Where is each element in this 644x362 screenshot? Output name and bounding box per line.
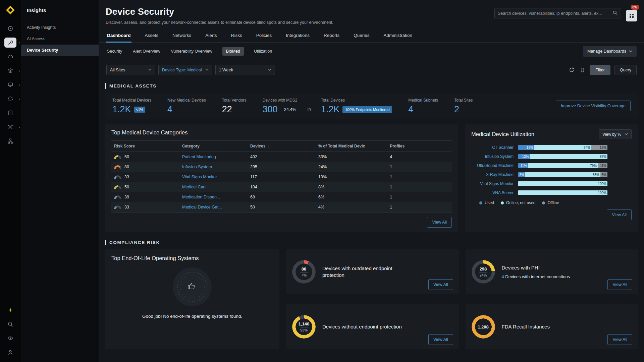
device-type-link[interactable]: Vital Signs Monitor	[471, 181, 514, 186]
tab-queries[interactable]: Queries	[353, 31, 370, 42]
stat-total-medical-devices: Total Medical Devices 1.2K <1%	[112, 98, 151, 114]
card-title: Medical Device Utilization	[471, 131, 534, 137]
layers-icon[interactable]: ›	[0, 64, 21, 78]
medical-device-utilization-card: Medical Device Utilization View by % CT …	[465, 124, 638, 232]
tools-icon[interactable]: ›	[0, 120, 21, 134]
monitor-icon[interactable]: ›	[0, 78, 21, 92]
filter-button[interactable]: Filter	[590, 65, 610, 75]
category-link[interactable]: Medical Device Gat...	[182, 205, 222, 209]
search-icon[interactable]	[612, 10, 618, 16]
time-range-select[interactable]: 1 Week	[215, 65, 275, 75]
sidebar-item-device-security[interactable]: Device Security	[21, 45, 99, 56]
chevron-right-icon: ›	[19, 83, 20, 87]
tab-networks[interactable]: Networks	[172, 31, 192, 42]
divider	[281, 105, 281, 114]
manage-dashboards-button[interactable]: Manage Dashboards	[583, 46, 637, 57]
sitemap-icon[interactable]	[0, 134, 21, 148]
column-profiles[interactable]: Profiles	[387, 141, 452, 152]
subtab-alert-overview[interactable]: Alert Overview	[132, 47, 161, 56]
category-link[interactable]: Medication Dispen...	[182, 195, 220, 199]
view-all-button[interactable]: View All	[428, 279, 453, 290]
table-row[interactable]: 39 Medication Dispen... 68 6% 1	[111, 192, 452, 202]
site-filter-select[interactable]: All Sites	[106, 65, 155, 75]
subtab-vulnerability-overview[interactable]: Vulnerability Overview	[170, 47, 213, 56]
tab-administration[interactable]: Administration	[383, 31, 413, 42]
cloud-icon[interactable]	[0, 50, 21, 64]
subtab-utilization[interactable]: Utilization	[253, 47, 273, 56]
tab-risks[interactable]: Risks	[230, 31, 243, 42]
stat-value[interactable]: 1.2K	[112, 105, 131, 114]
stat-value[interactable]: 2	[454, 105, 459, 114]
query-button[interactable]: Query	[614, 65, 637, 75]
filter-actions: Filter Query	[568, 65, 637, 75]
column-devices[interactable]: Devices↓	[248, 141, 316, 152]
category-link[interactable]: Medical Cart	[182, 185, 206, 189]
stat-value[interactable]: 4	[167, 105, 172, 114]
view-all-button[interactable]: View All	[607, 279, 632, 290]
tab-policies[interactable]: Policies	[256, 31, 273, 42]
radar-icon[interactable]	[0, 21, 21, 36]
table-row[interactable]: 33 Medical Device Gat... 50 4% 1	[111, 202, 452, 213]
stat-value[interactable]: 22	[222, 105, 232, 114]
column-risk-score[interactable]: Risk Score	[111, 141, 179, 152]
notebook-icon[interactable]	[0, 106, 21, 120]
category-link[interactable]: Patient Monitoring	[182, 155, 216, 159]
card-title: FDA Recall Instances	[502, 323, 550, 330]
view-all-button[interactable]: View All	[607, 334, 632, 345]
sidebar-item-ai-access[interactable]: AI Access	[21, 33, 99, 45]
app-logo-icon[interactable]	[4, 3, 17, 17]
view-by-select[interactable]: View by %	[599, 129, 632, 139]
utilization-bar: 18%64%18%	[518, 145, 607, 150]
stat-value[interactable]: 1.2K	[321, 105, 340, 114]
view-all-button[interactable]: View All	[427, 217, 452, 228]
sparkles-icon[interactable]	[0, 303, 21, 317]
wrench-icon[interactable]: ›	[0, 36, 21, 50]
tab-assets[interactable]: Assets	[144, 31, 159, 42]
sort-desc-icon[interactable]: ↓	[267, 144, 269, 148]
insights-sidebar: Insights Activity Insights AI Access Dev…	[21, 0, 99, 362]
table-row[interactable]: 80 Infusion System 295 24% 1	[111, 162, 452, 172]
card-title: Devices with outdated endpoint protectio…	[322, 265, 405, 279]
table-row[interactable]: 33 Vital Signs Monitor 117 10% 1	[111, 172, 452, 182]
device-type-link[interactable]: X-Ray Machine	[471, 172, 514, 177]
refresh-icon[interactable]	[568, 66, 575, 73]
coverage-grid-icon[interactable]	[626, 10, 637, 21]
card-title: Devices without endpoint protection	[322, 323, 402, 330]
tab-dashboard[interactable]: Dashboard	[106, 31, 131, 42]
device-type-link[interactable]: CT Scanner	[471, 145, 514, 150]
tab-reports[interactable]: Reports	[323, 31, 340, 42]
section-title: MEDICAL ASSETS	[109, 83, 157, 88]
category-link[interactable]: Infusion System	[182, 165, 212, 169]
search-input[interactable]	[498, 11, 612, 16]
column-pct-total[interactable]: % of Total Medical Devic	[316, 141, 387, 152]
filter-bar: All Sites Device Type: Medical 1 Week Fi…	[99, 60, 644, 78]
improve-visibility-button[interactable]: Improve Device Visibility Coverage	[556, 101, 631, 111]
device-type-filter-select[interactable]: Device Type: Medical	[158, 65, 212, 75]
chevron-down-icon	[625, 133, 628, 135]
search-icon[interactable]	[0, 317, 21, 331]
user-icon[interactable]	[0, 345, 21, 359]
device-type-link[interactable]: VNA Server	[471, 190, 514, 195]
subtab-biomed[interactable]: BioMed	[222, 47, 244, 56]
utilization-bar: 11%79%11%	[518, 163, 607, 168]
table-row[interactable]: 50 Patient Monitoring 402 33% 4	[111, 152, 452, 162]
subtab-security[interactable]: Security	[106, 47, 123, 56]
view-all-button[interactable]: View All	[428, 334, 453, 345]
tab-alerts[interactable]: Alerts	[205, 31, 218, 42]
count-link[interactable]: 4	[502, 274, 504, 279]
device-type-link[interactable]: UltraSound Machine	[471, 163, 514, 168]
view-all-button[interactable]: View All	[607, 209, 632, 220]
coverage-widget: 0%	[626, 6, 637, 21]
bookmark-icon[interactable]	[579, 67, 586, 73]
stat-secondary-value: 24.4%	[284, 107, 297, 112]
table-row[interactable]: 50 Medical Cart 104 8% 1	[111, 182, 452, 192]
segmented-circle-icon[interactable]: ›	[0, 92, 21, 106]
category-link[interactable]: Vital Signs Monitor	[182, 175, 217, 179]
sidebar-item-activity-insights[interactable]: Activity Insights	[21, 22, 99, 33]
device-type-link[interactable]: Infusion System	[471, 154, 514, 159]
column-category[interactable]: Category	[179, 141, 248, 152]
stat-value[interactable]: 4	[408, 105, 413, 114]
stat-value[interactable]: 300	[262, 105, 277, 114]
eye-icon[interactable]	[0, 331, 21, 345]
tab-integrations[interactable]: Integrations	[285, 31, 310, 42]
